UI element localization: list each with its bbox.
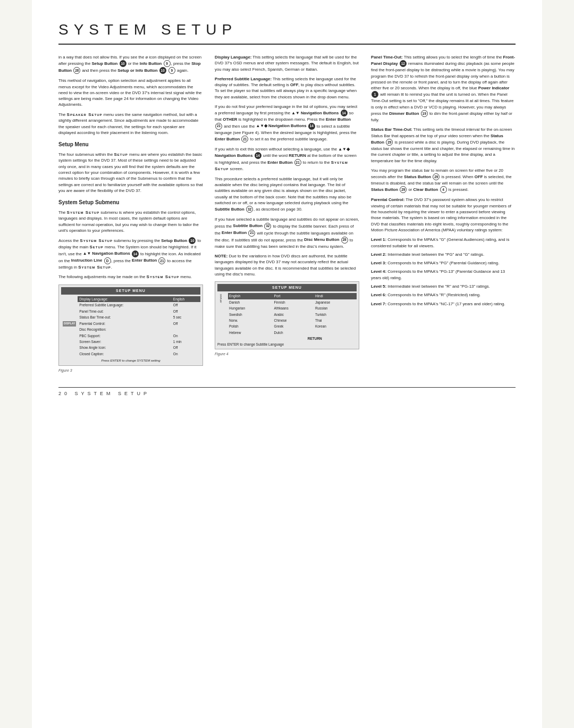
level4: Level 4: Corresponds to the MPAA's "PG-1… — [371, 269, 516, 281]
system-setup-text1: The System Setup submenu is where you es… — [58, 210, 203, 233]
menu-row-value: Off — [172, 308, 200, 314]
content-grid: in a way that does not allow this. If yo… — [58, 54, 516, 378]
figure-3: SETUP MENU DISPLAY Display Language: Eng… — [58, 284, 203, 366]
menu-row-value — [172, 327, 200, 332]
table-row: PBC Support: On — [61, 333, 200, 339]
menu-row-label: Parental Control: — [78, 321, 172, 327]
system-setup-text2: Access the System Setup submenu by press… — [58, 237, 203, 270]
level3: Level 3: Corresponds to the MPAA's "PG" … — [371, 260, 516, 266]
figure3-note: Press ENTER to change SYSTEM setting — [61, 358, 200, 363]
status-bar-para2: You may program the status bar to remain… — [371, 168, 516, 194]
lang-cell: Polish — [228, 323, 273, 329]
level2: Level 2: Intermediate level between the … — [371, 252, 516, 257]
figure4-note: Press ENTER to change Subtitle Language — [217, 342, 357, 347]
lang-cell: Chinese — [273, 317, 314, 323]
menu-row-label: Display Language: — [78, 296, 172, 302]
menu-row-label: Status Bar Time-out: — [78, 314, 172, 320]
system-setup-text3: The following adjustments may be made on… — [58, 274, 203, 280]
figure-4: SETUP MENU DISPLAY English Port Hindi Da… — [215, 281, 359, 349]
figure4-title: SETUP MENU — [217, 284, 357, 291]
figure3-title: SETUP MENU — [61, 287, 200, 295]
table-row: Display Language: English — [61, 296, 200, 302]
lang-cell: Russian — [314, 305, 357, 311]
menu-row-value: On — [172, 333, 200, 339]
panel-timeout-para: Panel Time-Out: This setting allows you … — [371, 54, 516, 123]
table-row: Danish Finnish Japanese — [217, 299, 357, 305]
table-row: Panel Time-out: Off — [61, 308, 200, 314]
menu-row-value: 1 min — [172, 339, 200, 345]
table-row: Screen Saver: 1 min — [61, 339, 200, 345]
table-row: Swedish Arabic Turkish — [217, 312, 357, 317]
setup-menu-heading: Setup Menu — [58, 141, 203, 149]
page: SYSTEM SETUP in a way that does not allo… — [32, 0, 542, 728]
lang-cell: Greek — [273, 323, 314, 329]
menu-row-value: On — [172, 351, 200, 357]
column-2: Display Language: This setting selects t… — [215, 54, 359, 378]
system-setup-submenu-heading: System Setup Submenu — [58, 199, 203, 207]
menu-row-label: Screen Saver: — [78, 339, 172, 345]
table-row: Polish Greek Korean — [217, 323, 357, 329]
menu-row-value: Off — [172, 321, 200, 327]
menu-row-label: Preferred Subtitle Language: — [78, 302, 172, 308]
col1-intro: in a way that does not allow this. If yo… — [58, 54, 203, 74]
pref-subtitle-para4: This procedure selects a preferred subti… — [215, 176, 359, 213]
table-row: Disc Recognition: — [61, 327, 200, 332]
lang-cell: Swedish — [228, 312, 273, 317]
figure4-caption: Figure 4 — [215, 352, 359, 357]
lang-cell: Norw. — [228, 317, 273, 323]
footer-rule — [58, 387, 516, 388]
menu-row-value: 5 sec — [172, 314, 200, 320]
lang-cell — [228, 336, 273, 341]
table-row: Hungarian Afrikaans Russian — [217, 305, 357, 311]
pref-subtitle-para5: If you have selected a subtitle language… — [215, 216, 359, 249]
lang-cell: Thai — [314, 317, 357, 323]
menu-row-value: Off — [172, 345, 200, 350]
level5: Level 5: Intermediate level between the … — [371, 283, 516, 289]
lang-cell: Danish — [228, 299, 273, 305]
table-row: Norw. Chinese Thai — [217, 317, 357, 323]
title-rule — [58, 44, 516, 45]
figure4-table: DISPLAY English Port Hindi Danish Finnis… — [217, 293, 357, 341]
figure3-table: DISPLAY Display Language: English Prefer… — [61, 296, 200, 357]
table-row: Preferred Subtitle Language: Off — [61, 302, 200, 308]
menu-row-label: PBC Support: — [78, 333, 172, 339]
table-row: Hebrew Dutch — [217, 330, 357, 336]
level7: Level 7: Corresponds to the MPAA's "NC-1… — [371, 301, 516, 307]
menu-row-label: Panel Time-out: — [78, 308, 172, 314]
menu-row-value: Off — [172, 302, 200, 308]
note-para: NOTE: Due to the variations in how DVD d… — [215, 253, 359, 277]
table-row: Closed Caption: On — [61, 351, 200, 357]
lang-cell: Hebrew — [228, 330, 273, 336]
display-icon: DISPLAY — [63, 321, 76, 326]
display-icon-f4: DISPLAY — [218, 294, 223, 304]
level6: Level 6: Corresponds to the MPAA's "R" (… — [371, 292, 516, 298]
table-row: Parental Control: Off — [61, 321, 200, 327]
footer-text: 20 SYSTEM SETUP — [58, 391, 516, 396]
level1: Level 1: Corresponds to the MPAA's "G" (… — [371, 237, 516, 249]
setup-menu-text: The four submenus within the Setup menu … — [58, 152, 203, 194]
pref-subtitle-para3: If you wish to exit this screen without … — [215, 146, 359, 172]
pref-subtitle-para2: If you do not find your preferred langua… — [215, 104, 359, 143]
menu-row-label: Show Angle Icon: — [78, 345, 172, 350]
table-row: RETURN — [217, 336, 357, 341]
page-title: SYSTEM SETUP — [58, 21, 516, 38]
col1-para3: The Speaker Setup menu uses the same nav… — [58, 112, 203, 136]
lang-cell: Dutch — [273, 330, 314, 336]
lang-cell — [314, 330, 357, 336]
column-3: Panel Time-Out: This setting allows you … — [371, 54, 516, 378]
table-row: Status Bar Time-out: 5 sec — [61, 314, 200, 320]
lang-cell: Afrikaans — [273, 305, 314, 311]
lang-cell: Port — [273, 293, 314, 299]
column-1: in a way that does not allow this. If yo… — [58, 54, 203, 378]
table-row: Show Angle Icon: Off — [61, 345, 200, 350]
display-lang-para: Display Language: This setting selects t… — [215, 54, 359, 72]
figure3-caption: Figure 3 — [58, 368, 203, 373]
lang-cell: English — [228, 293, 273, 299]
lang-cell: Arabic — [273, 312, 314, 317]
col1-para2: This method of navigation, option select… — [58, 78, 203, 107]
lang-cell: Hungarian — [228, 305, 273, 311]
parental-para: Parental Control: The DVD 37's password … — [371, 197, 516, 233]
lang-cell: Japanese — [314, 299, 357, 305]
status-bar-para: Status Bar Time-Out: This setting sets t… — [371, 127, 516, 163]
lang-cell: Korean — [314, 323, 357, 329]
